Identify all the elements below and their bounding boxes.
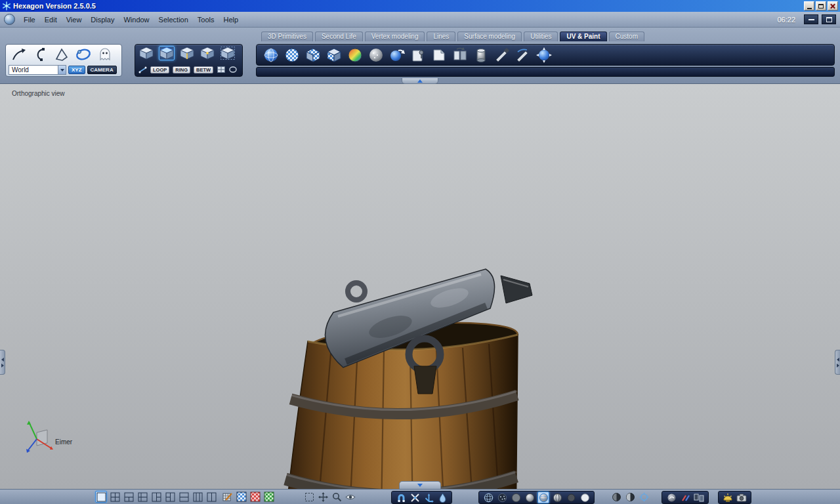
cut-seam-icon[interactable] [494,47,511,64]
between-button[interactable]: BETW [194,66,213,74]
cubic-mapping-icon[interactable] [326,47,343,64]
circle-toggle-icon[interactable] [228,66,237,74]
left-panel-handle[interactable] [0,350,5,375]
menu-window[interactable]: Window [119,14,154,26]
unwrap-sphere-icon[interactable] [388,47,406,64]
menu-selection[interactable]: Selection [154,14,193,26]
viewport-3d[interactable]: Orthographic view [0,84,840,489]
rainbow-uv-icon[interactable] [346,47,364,64]
arc-tool-icon[interactable] [30,46,50,62]
menu-display[interactable]: Display [86,14,119,26]
uv-checker-icon[interactable] [236,491,247,503]
ghost-brush-icon[interactable] [95,46,115,62]
xyz-button[interactable]: XYZ [68,66,85,74]
chevron-down-icon[interactable] [58,66,66,74]
flat-sphere-icon[interactable] [510,492,522,503]
edge-loop-icon[interactable] [138,66,147,74]
tab-vertex-modeling[interactable]: Vertex modeling [365,32,425,41]
spherical-mapping-icon[interactable] [262,47,280,64]
ring-button[interactable]: RING [173,66,190,74]
titlebar[interactable]: Hexagon Version 2.5.0.5 [0,0,840,12]
zoom-icon[interactable] [331,491,343,503]
ghost-sphere-icon[interactable] [665,492,677,503]
restore-button[interactable] [816,1,826,10]
layout-three-col-icon[interactable] [192,491,203,503]
twoside-sphere-icon[interactable] [624,491,636,503]
cylinder-mapping-icon[interactable] [472,47,490,64]
shaded-uv-icon[interactable] [368,47,385,64]
layout-hsplit-icon[interactable] [178,491,190,503]
eye-icon[interactable] [345,491,356,503]
toolbar-collapse-handle[interactable] [402,78,438,84]
menu-help[interactable]: Help [219,14,243,26]
cube-point-icon[interactable] [200,46,215,60]
layout-right-split-icon[interactable] [150,491,162,503]
wireframe-sphere-icon[interactable] [482,492,494,503]
tab-utilities[interactable]: Utilities [524,32,558,41]
smooth-sphere-icon[interactable] [524,492,536,503]
textured-sphere-icon[interactable] [537,492,549,503]
camera-icon[interactable] [736,492,747,503]
layout-single-icon[interactable] [95,491,107,503]
layout-left-split-icon[interactable] [164,491,176,503]
green-texture-icon[interactable] [263,491,275,503]
orbit-select-icon[interactable] [74,46,93,62]
tab-second-life[interactable]: Second Life [315,32,363,41]
normals-sphere-icon[interactable] [638,491,650,503]
right-panel-handle[interactable] [835,350,840,375]
paint-tools-icon[interactable] [679,492,691,503]
layout-quad2-icon[interactable] [136,491,148,503]
app-menu-icon[interactable] [4,14,15,25]
expand-panels-button[interactable] [822,14,836,24]
manipulator-icon[interactable] [423,492,434,503]
layout-quad-icon[interactable] [109,491,121,503]
pin-uv-icon[interactable] [410,47,427,64]
menu-edit[interactable]: Edit [40,14,62,26]
tab-surface-modeling[interactable]: Surface modeling [457,32,522,41]
backface-sphere-icon[interactable] [610,491,622,503]
layout-vsplit-icon[interactable] [205,491,217,503]
flip-uv-icon[interactable] [452,47,469,64]
cut-icon[interactable] [409,492,421,503]
lasso-tool-icon[interactable] [52,46,72,62]
matcap-sphere-icon[interactable] [565,492,577,503]
snap-icon[interactable] [395,492,407,503]
grid-edit-icon[interactable] [222,491,234,503]
cube-face-icon[interactable] [159,46,175,60]
light-icon[interactable] [722,492,734,503]
tab-3d-primitives[interactable]: 3D Primitives [261,32,313,41]
shaded-wire-sphere-icon[interactable] [551,492,563,503]
stitch-seam-icon[interactable] [514,47,532,64]
menu-tools[interactable]: Tools [193,14,219,26]
cube-edge-icon[interactable] [179,46,195,60]
pan-icon[interactable] [317,491,329,503]
pen-select-icon[interactable] [9,46,28,62]
collapse-panels-button[interactable] [804,14,818,24]
drop-icon[interactable] [436,492,448,503]
marquee-icon[interactable] [303,491,315,503]
menu-view[interactable]: View [62,14,87,26]
minimize-button[interactable] [804,1,814,10]
cube-auto-icon[interactable] [138,46,154,60]
tab-uv-paint[interactable]: UV & Paint [560,32,606,41]
points-sphere-icon[interactable] [496,492,508,503]
white-sphere-icon[interactable] [579,492,591,503]
checker-sphere-icon[interactable] [284,47,301,64]
layout-bottom-split-icon[interactable] [123,491,135,503]
cube-object-icon[interactable] [220,46,236,60]
close-button[interactable] [828,1,838,10]
checker-box-icon[interactable] [304,47,322,64]
menu-file[interactable]: File [19,14,40,26]
grid-toggle-icon[interactable] [217,66,225,74]
camera-button[interactable]: CAMERA [87,66,117,74]
world-selector[interactable]: World [9,65,66,75]
tab-lines[interactable]: Lines [427,32,455,41]
relax-uv-icon[interactable] [536,47,553,64]
dual-display-icon[interactable] [693,492,705,503]
model-bucket-cannon[interactable] [259,169,548,489]
unfold-page-icon[interactable] [430,47,448,64]
loop-button[interactable]: LOOP [150,66,169,74]
red-texture-icon[interactable] [249,491,261,503]
bottombar-collapse-handle[interactable] [399,481,441,489]
tab-custom[interactable]: Custom [609,32,644,41]
